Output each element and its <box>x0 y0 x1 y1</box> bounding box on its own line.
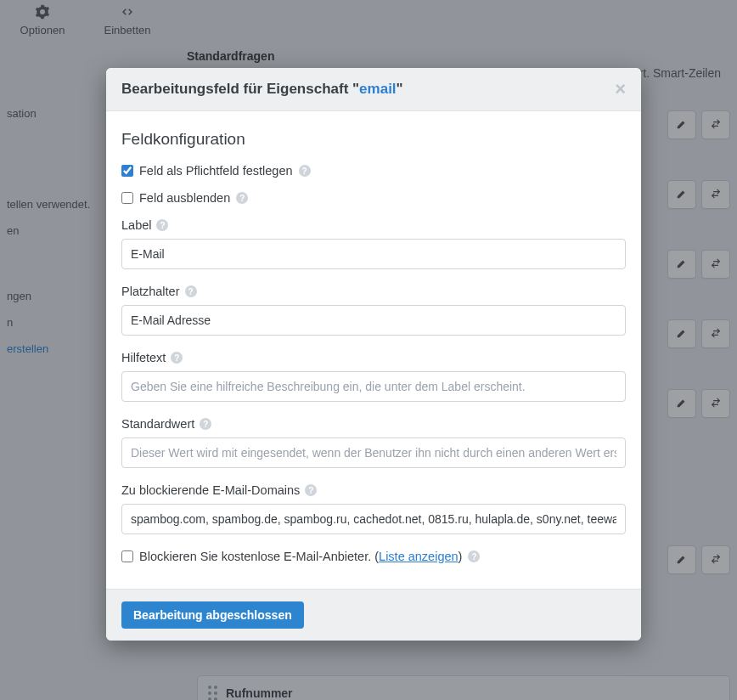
label-text: ) <box>459 550 463 563</box>
hide-field-label: Feld ausblenden <box>139 191 230 205</box>
modal-title-property-link[interactable]: email <box>359 81 396 97</box>
placeholder-field-label: Platzhalter ? <box>121 285 626 298</box>
block-free-email-checkbox[interactable] <box>121 550 133 562</box>
helptext-input[interactable] <box>121 371 626 402</box>
label-text: Label <box>121 218 151 232</box>
helptext-field-label: Hilfetext ? <box>121 351 626 364</box>
blocked-domains-input[interactable] <box>121 504 626 534</box>
label-text: Hilfetext <box>121 351 166 364</box>
required-label: Feld als Pflichtfeld festlegen <box>139 164 293 178</box>
label-field-label: Label ? <box>121 218 626 232</box>
block-free-email-label: Blockieren Sie kostenlose E-Mail-Anbiete… <box>139 550 462 563</box>
help-icon[interactable]: ? <box>236 192 248 204</box>
label-text: Zu blockierende E-Mail-Domains <box>121 483 300 497</box>
close-icon[interactable]: × <box>615 80 626 99</box>
help-icon[interactable]: ? <box>305 484 317 496</box>
help-icon[interactable]: ? <box>200 418 211 430</box>
default-field-label: Standardwert ? <box>121 417 626 431</box>
done-editing-button[interactable]: Bearbeitung abgeschlossen <box>121 601 304 629</box>
edit-field-modal: Bearbeitungsfeld für Eigenschaft "email"… <box>106 68 641 641</box>
placeholder-input[interactable] <box>121 305 626 336</box>
help-icon[interactable]: ? <box>185 285 197 297</box>
label-input[interactable] <box>121 239 626 269</box>
help-icon[interactable]: ? <box>171 352 183 364</box>
help-icon[interactable]: ? <box>299 165 311 177</box>
required-checkbox[interactable] <box>121 165 133 177</box>
label-text: Blockieren Sie kostenlose E-Mail-Anbiete… <box>139 550 379 563</box>
modal-title-suffix: " <box>397 81 403 97</box>
label-text: Platzhalter <box>121 285 180 298</box>
modal-subtitle: Feldkonfiguration <box>121 130 626 149</box>
help-icon[interactable]: ? <box>468 550 480 562</box>
show-list-link[interactable]: Liste anzeigen <box>379 550 459 563</box>
default-input[interactable] <box>121 438 626 468</box>
blocked-domains-label: Zu blockierende E-Mail-Domains ? <box>121 483 626 497</box>
modal-title-prefix: Bearbeitungsfeld für Eigenschaft " <box>121 81 359 97</box>
label-text: Standardwert <box>121 417 194 431</box>
hide-field-checkbox[interactable] <box>121 192 133 204</box>
help-icon[interactable]: ? <box>156 219 168 231</box>
modal-title: Bearbeitungsfeld für Eigenschaft "email" <box>121 81 403 98</box>
